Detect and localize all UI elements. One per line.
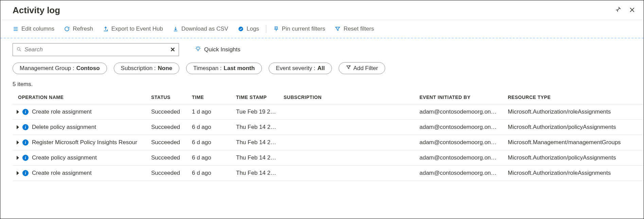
reset-filters-icon — [335, 26, 341, 32]
search-icon — [16, 47, 22, 53]
resource-type-cell: Microsoft.Authorization/roleAssignments — [505, 104, 644, 120]
sub-filter-value: None — [158, 65, 173, 72]
sub-filter-label: Subscription : — [121, 65, 156, 72]
col-header-subscription[interactable]: Subscription — [281, 90, 417, 104]
close-icon[interactable] — [629, 6, 636, 14]
resource-type-cell: Microsoft.Authorization/policyAssignment… — [505, 150, 644, 166]
export-icon — [103, 26, 109, 32]
table-row[interactable]: i Register Microsoft Policy Insights Res… — [13, 135, 644, 150]
columns-icon — [13, 26, 19, 32]
svg-point-0 — [239, 27, 243, 31]
filter-pill-subscription[interactable]: Subscription : None — [114, 63, 180, 74]
subscription-cell — [281, 135, 417, 150]
operation-name: Delete policy assignment — [32, 124, 96, 131]
time-cell: 6 d ago — [189, 135, 233, 150]
table-row[interactable]: i Create role assignment Succeeded 6 d a… — [13, 166, 644, 181]
timestamp-cell: Thu Feb 14 2… — [233, 120, 281, 135]
subscription-cell — [281, 104, 417, 120]
time-cell: 6 d ago — [189, 150, 233, 166]
col-header-operation[interactable]: Operation name — [13, 90, 148, 104]
edit-columns-label: Edit columns — [21, 26, 54, 32]
toolbar-divider — [266, 25, 266, 33]
quick-insights-button[interactable]: Quick Insights — [195, 46, 240, 54]
table-row[interactable]: i Create role assignment Succeeded 1 d a… — [13, 104, 644, 120]
info-icon: i — [22, 170, 29, 176]
info-icon: i — [22, 139, 29, 146]
clear-search-icon[interactable]: ✕ — [170, 46, 175, 53]
search-input[interactable] — [22, 46, 170, 53]
logs-label: Logs — [247, 26, 259, 32]
download-label: Download as CSV — [181, 26, 228, 32]
edit-columns-button[interactable]: Edit columns — [13, 26, 54, 32]
filter-pill-severity[interactable]: Event severity : All — [269, 63, 332, 74]
pin-filters-label: Pin current filters — [282, 26, 325, 32]
operation-name: Create policy assignment — [32, 154, 97, 161]
header-icon-group — [615, 6, 636, 14]
pin-filters-button[interactable]: Pin current filters — [273, 26, 325, 32]
pin-icon[interactable] — [615, 6, 622, 14]
timestamp-cell: Thu Feb 14 2… — [233, 150, 281, 166]
download-icon — [173, 26, 179, 32]
filter-pill-row: Management Group : Contoso Subscription … — [0, 59, 644, 76]
subscription-cell — [281, 150, 417, 166]
resource-type-cell: Microsoft.Authorization/roleAssignments — [505, 166, 644, 181]
resource-type-cell: Microsoft.Authorization/policyAssignment… — [505, 120, 644, 135]
operation-name: Create role assignment — [32, 170, 92, 176]
add-filter-icon — [346, 65, 351, 72]
status-cell: Succeeded — [148, 104, 189, 120]
timespan-filter-label: Timespan : — [193, 65, 221, 72]
severity-filter-value: All — [317, 65, 325, 72]
status-cell: Succeeded — [148, 166, 189, 181]
add-filter-button[interactable]: Add Filter — [339, 62, 385, 74]
col-header-timestamp[interactable]: Time stamp — [233, 90, 281, 104]
timestamp-cell: Tue Feb 19 2… — [233, 104, 281, 120]
info-icon: i — [22, 124, 29, 130]
status-cell: Succeeded — [148, 120, 189, 135]
expand-chevron-icon[interactable] — [17, 156, 19, 160]
logs-button[interactable]: Logs — [238, 26, 259, 32]
refresh-button[interactable]: Refresh — [64, 26, 93, 32]
subscription-cell — [281, 120, 417, 135]
status-cell: Succeeded — [148, 150, 189, 166]
toolbar: Edit columns Refresh Export to Event Hub… — [0, 20, 644, 38]
reset-filters-button[interactable]: Reset filters — [335, 26, 374, 32]
subscription-cell — [281, 166, 417, 181]
svg-point-2 — [197, 47, 199, 50]
initiated-by-cell: adam@contosodemoorg.on… — [417, 135, 505, 150]
status-cell: Succeeded — [148, 135, 189, 150]
resource-type-cell: Microsoft.Management/managementGroups — [505, 135, 644, 150]
filter-pill-timespan[interactable]: Timespan : Last month — [186, 63, 262, 74]
expand-chevron-icon[interactable] — [17, 110, 19, 114]
col-header-initiated-by[interactable]: Event initiated by — [417, 90, 505, 104]
initiated-by-cell: adam@contosodemoorg.on… — [417, 150, 505, 166]
export-label: Export to Event Hub — [111, 26, 163, 32]
col-header-resource-type[interactable]: Resource type — [505, 90, 644, 104]
filter-pill-management-group[interactable]: Management Group : Contoso — [13, 63, 107, 74]
search-box[interactable]: ✕ — [13, 43, 179, 56]
operation-name: Create role assignment — [32, 108, 92, 115]
timestamp-cell: Thu Feb 14 2… — [233, 166, 281, 181]
col-header-time[interactable]: Time — [189, 90, 233, 104]
expand-chevron-icon[interactable] — [17, 171, 19, 175]
refresh-label: Refresh — [73, 26, 93, 32]
initiated-by-cell: adam@contosodemoorg.on… — [417, 120, 505, 135]
expand-chevron-icon[interactable] — [17, 125, 19, 129]
activity-table: Operation name Status Time Time stamp Su… — [13, 90, 644, 181]
refresh-icon — [64, 26, 70, 32]
severity-filter-label: Event severity : — [276, 65, 315, 72]
export-event-hub-button[interactable]: Export to Event Hub — [103, 26, 163, 32]
time-cell: 6 d ago — [189, 120, 233, 135]
download-csv-button[interactable]: Download as CSV — [173, 26, 228, 32]
mg-filter-value: Contoso — [76, 65, 100, 72]
time-cell: 6 d ago — [189, 166, 233, 181]
info-icon: i — [22, 109, 29, 115]
page-title: Activity log — [13, 5, 60, 16]
table-row[interactable]: i Delete policy assignment Succeeded 6 d… — [13, 120, 644, 135]
col-header-status[interactable]: Status — [148, 90, 189, 104]
timespan-filter-value: Last month — [224, 65, 255, 72]
search-row: ✕ Quick Insights — [0, 38, 644, 59]
svg-point-1 — [17, 47, 20, 50]
expand-chevron-icon[interactable] — [17, 140, 19, 145]
pin-filters-icon — [273, 26, 279, 32]
table-row[interactable]: i Create policy assignment Succeeded 6 d… — [13, 150, 644, 166]
